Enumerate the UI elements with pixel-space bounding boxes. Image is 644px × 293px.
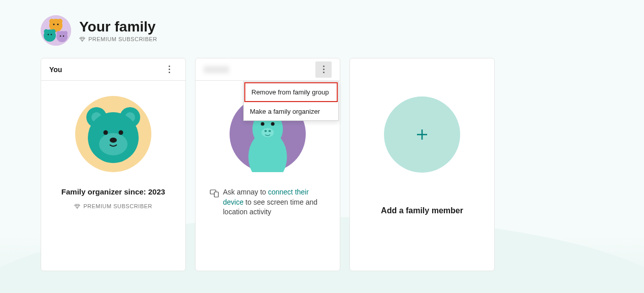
svg-point-23: [119, 131, 123, 135]
svg-point-21: [99, 133, 127, 155]
add-family-member-card[interactable]: Add a family member: [349, 58, 495, 271]
svg-point-4: [53, 24, 55, 25]
premium-badge: PREMIUM SUBSCRIBER: [74, 203, 152, 209]
connect-device-text: Ask amnay to connect their device to see…: [223, 187, 326, 217]
family-card-member: Remove from family group Make a family o…: [195, 58, 340, 271]
svg-point-24: [110, 138, 117, 143]
bear-avatar-icon: [75, 96, 151, 172]
svg-point-10: [51, 34, 52, 36]
svg-point-5: [57, 24, 59, 25]
add-avatar-circle: [384, 96, 460, 173]
svg-point-28: [271, 122, 275, 126]
organizer-since-text: Family organizer since: 2023: [61, 187, 165, 196]
svg-point-3: [57, 19, 62, 24]
plus-icon: [414, 126, 430, 143]
member-context-menu: Remove from family group Make a family o…: [243, 81, 339, 121]
svg-point-12: [56, 31, 60, 35]
premium-badge: PREMIUM SUBSCRIBER: [79, 36, 157, 42]
svg-point-13: [63, 31, 68, 35]
family-avatar-icon: [41, 15, 71, 46]
svg-point-27: [261, 122, 265, 126]
svg-point-8: [51, 29, 56, 34]
menu-item-remove[interactable]: Remove from family group: [244, 82, 338, 102]
svg-point-30: [265, 130, 267, 132]
more-vertical-icon: [169, 66, 170, 73]
diamond-icon: [79, 36, 85, 42]
svg-point-22: [104, 131, 108, 135]
diamond-icon: [74, 203, 80, 209]
more-options-button[interactable]: [161, 61, 177, 78]
page-title: Your family: [79, 19, 157, 35]
page-header: Your family PREMIUM SUBSCRIBER: [41, 15, 603, 46]
more-options-button[interactable]: [315, 61, 332, 78]
svg-point-31: [269, 130, 271, 132]
menu-item-make-organizer[interactable]: Make a family organizer: [244, 103, 338, 120]
svg-point-15: [63, 36, 65, 37]
svg-rect-33: [214, 192, 218, 197]
card-title-member-redacted: [204, 66, 229, 73]
more-vertical-icon: [323, 66, 325, 73]
add-member-label: Add a family member: [381, 206, 463, 215]
devices-icon: [210, 188, 219, 198]
svg-point-2: [49, 19, 54, 24]
svg-point-7: [44, 29, 49, 34]
svg-point-9: [48, 34, 49, 36]
family-card-you: You: [41, 58, 186, 271]
svg-point-26: [248, 132, 287, 172]
svg-point-14: [60, 36, 61, 37]
card-title-you: You: [49, 66, 62, 74]
